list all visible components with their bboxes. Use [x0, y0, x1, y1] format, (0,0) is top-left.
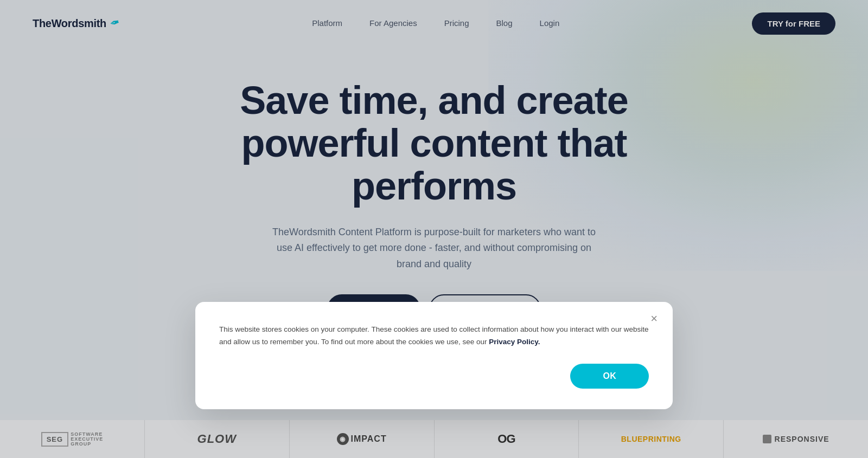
cookie-close-button[interactable]: × [646, 311, 662, 327]
cookie-modal: × This website stores cookies on your co… [195, 302, 673, 409]
cookie-body-text: This website stores cookies on your comp… [219, 325, 648, 346]
cookie-ok-button[interactable]: OK [570, 364, 649, 389]
privacy-policy-link[interactable]: Privacy Policy. [489, 338, 540, 346]
cookie-text: This website stores cookies on your comp… [219, 324, 649, 349]
